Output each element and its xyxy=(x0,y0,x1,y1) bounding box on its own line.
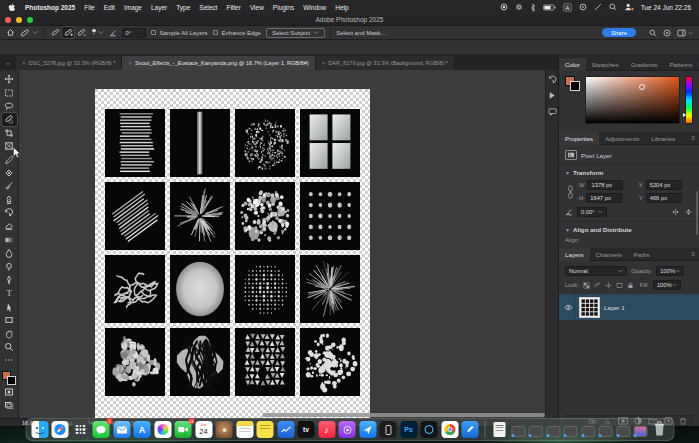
select-and-mask-button[interactable]: Select and Mask... xyxy=(336,30,385,36)
share-button[interactable]: Share xyxy=(602,28,636,37)
rotation-input[interactable]: 0.00° xyxy=(577,207,607,217)
marquee-tool[interactable] xyxy=(2,86,17,98)
document-tab-3[interactable]: ×DAR_8179.jpg @ 33.3% (Background, RGB/8… xyxy=(316,56,455,70)
dock-minimized-window[interactable] xyxy=(634,426,648,437)
dock-app-messages[interactable]: 2 xyxy=(93,421,110,438)
dock-app-lightroom[interactable] xyxy=(421,421,438,438)
move-tool[interactable] xyxy=(2,73,17,85)
screen-record-icon[interactable] xyxy=(579,3,587,11)
texture-tile-bokeh-dots[interactable] xyxy=(235,182,295,250)
properties-tab-adjustments[interactable]: Adjustments xyxy=(599,132,645,145)
texture-tile-vertical-bar[interactable] xyxy=(170,109,230,177)
input-source-icon[interactable]: A xyxy=(563,3,572,12)
dock-trash[interactable] xyxy=(651,421,668,438)
workspace-switcher-icon[interactable] xyxy=(677,29,693,37)
menu-item-select[interactable]: Select xyxy=(199,4,217,11)
dock-app-facetime[interactable]: 13 xyxy=(175,421,192,438)
shape-tool[interactable] xyxy=(2,314,17,326)
brush-tool[interactable] xyxy=(2,180,17,192)
layer-name[interactable]: Layer 1 xyxy=(604,304,625,311)
color-tab-swatches[interactable]: Swatches xyxy=(586,58,625,71)
lock-paint-icon[interactable] xyxy=(594,282,601,289)
select-subject-button[interactable]: Select Subject xyxy=(266,28,325,38)
dock-app-chrome[interactable] xyxy=(441,421,458,438)
dock-app-podcasts[interactable] xyxy=(339,421,356,438)
texture-tile-speckle-circle[interactable] xyxy=(235,109,295,177)
toolbar-color-swatches[interactable] xyxy=(2,371,16,385)
flip-horizontal-icon[interactable] xyxy=(671,208,680,216)
healing-tool[interactable] xyxy=(2,167,17,179)
dock-minimized-window[interactable] xyxy=(581,426,595,437)
close-tab-icon[interactable]: × xyxy=(22,60,26,66)
layers-tab-layers[interactable]: Layers xyxy=(559,248,590,261)
help-icon[interactable] xyxy=(663,29,671,37)
menu-item-type[interactable]: Type xyxy=(176,4,190,11)
texture-tile-starburst[interactable] xyxy=(300,255,360,323)
lasso-tool[interactable] xyxy=(2,100,17,112)
document-tab-2[interactable]: ×Snoot_Effects_-_Eustace_Kanyanda.png @ … xyxy=(122,56,315,70)
flip-vertical-icon[interactable] xyxy=(684,208,693,216)
layers-panel-menu-icon[interactable]: ≡ xyxy=(691,251,695,257)
properties-scrollbar[interactable] xyxy=(696,191,698,235)
delete-layer-icon[interactable] xyxy=(679,417,687,425)
blend-mode-dropdown[interactable]: Normal xyxy=(565,266,627,276)
texture-tile-palm-fronds[interactable] xyxy=(170,182,230,250)
link-dimensions-icon[interactable] xyxy=(565,185,575,199)
menu-item-file[interactable]: File xyxy=(84,4,94,11)
texture-tile-pebble-cells[interactable] xyxy=(105,328,165,396)
lock-transparency-icon[interactable] xyxy=(583,282,590,289)
menu-item-image[interactable]: Image xyxy=(124,4,142,11)
path-selection-tool[interactable] xyxy=(2,301,17,313)
dodge-tool[interactable] xyxy=(2,260,17,272)
color-field[interactable] xyxy=(585,76,680,124)
dock-app-stocks[interactable] xyxy=(277,421,294,438)
eraser-tool[interactable] xyxy=(2,220,17,232)
texture-tile-diagonal-stripes[interactable] xyxy=(105,182,165,250)
menu-item-filter[interactable]: Filter xyxy=(226,4,240,11)
battery-icon[interactable] xyxy=(543,4,556,11)
menu-item-edit[interactable]: Edit xyxy=(104,4,115,11)
dock-app-photoshop[interactable]: Ps xyxy=(400,421,417,438)
height-input[interactable]: 1647 px xyxy=(586,193,622,203)
foreground-background-swatches[interactable] xyxy=(565,76,580,91)
vpn-icon[interactable] xyxy=(594,3,602,11)
add-to-selection-button[interactable] xyxy=(62,27,74,38)
properties-tab-libraries[interactable]: Libraries xyxy=(645,132,681,145)
dock-app-finder[interactable] xyxy=(31,421,48,438)
properties-panel-menu-icon[interactable]: ≡ xyxy=(691,135,695,141)
lock-all-icon[interactable] xyxy=(627,282,634,289)
edit-toolbar-tool[interactable] xyxy=(2,354,17,366)
properties-tab-properties[interactable]: Properties xyxy=(559,132,599,145)
dock-app-photos[interactable] xyxy=(154,421,171,438)
tool-preset-picker[interactable] xyxy=(20,28,38,38)
pen-tool[interactable] xyxy=(2,274,17,286)
quick-mask-button[interactable] xyxy=(2,386,17,398)
blur-tool[interactable] xyxy=(2,247,17,259)
new-selection-button[interactable] xyxy=(49,27,61,38)
subtract-from-selection-button[interactable] xyxy=(75,27,87,38)
color-tab-gradients[interactable]: Gradients xyxy=(625,58,664,71)
close-tab-icon[interactable]: × xyxy=(322,60,326,66)
clone-stamp-tool[interactable] xyxy=(2,194,17,206)
color-tab-color[interactable]: Color xyxy=(559,58,586,71)
lock-artboard-icon[interactable] xyxy=(616,282,623,289)
dock-app-launchpad[interactable] xyxy=(72,421,89,438)
layer-row[interactable]: Layer 1 xyxy=(559,294,699,320)
user-icon[interactable] xyxy=(624,3,634,11)
crop-tool[interactable] xyxy=(2,127,17,139)
layers-tab-channels[interactable]: Channels xyxy=(590,248,628,261)
actions-panel-icon[interactable] xyxy=(548,91,557,100)
window-title-bar[interactable]: Adobe Photoshop 2025 xyxy=(0,14,699,26)
hue-slider[interactable] xyxy=(685,76,693,124)
home-icon[interactable] xyxy=(6,28,15,37)
texture-tile-soft-circle[interactable] xyxy=(170,255,230,323)
fill-input[interactable]: 100% xyxy=(653,280,681,290)
texture-tile-squiggle-maze[interactable] xyxy=(105,255,165,323)
sample-all-layers-checkbox[interactable]: Sample All Layers xyxy=(151,30,208,36)
search-icon[interactable] xyxy=(609,3,617,11)
layer-thumbnail[interactable] xyxy=(579,297,600,318)
color-tab-patterns[interactable]: Patterns xyxy=(663,58,698,71)
type-tool[interactable]: T xyxy=(2,287,17,299)
dock-app-safari[interactable] xyxy=(52,421,69,438)
dock-minimized-window[interactable] xyxy=(599,426,613,437)
